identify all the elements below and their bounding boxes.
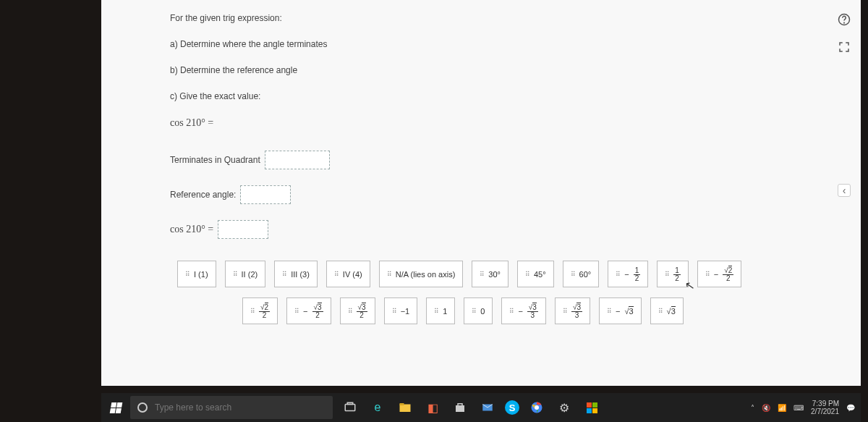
system-tray: ˄ 🔇 📶 ⌨ 7:39 PM 2/7/2021 💬: [751, 400, 861, 415]
drag-grip-icon: ⠿: [387, 271, 391, 278]
clock-time: 7:39 PM: [811, 400, 839, 408]
help-icon[interactable]: [838, 13, 851, 26]
answer-tile[interactable]: ⠿12: [657, 261, 689, 287]
answer-tile[interactable]: ⠿−√32: [286, 297, 331, 324]
answer-tile[interactable]: ⠿II (2): [225, 261, 266, 287]
tile-content: √32: [357, 303, 367, 319]
answer-tile[interactable]: ⠿−1: [384, 297, 418, 324]
collapse-icon[interactable]: ‹: [838, 184, 851, 197]
windows-logo-icon: [109, 402, 122, 413]
taskbar-clock[interactable]: 7:39 PM 2/7/2021: [811, 400, 839, 415]
tray-network-icon[interactable]: 📶: [778, 404, 786, 412]
quadrant-row: Terminates in Quadrant: [170, 151, 861, 169]
answer-tile[interactable]: ⠿0: [464, 297, 493, 324]
drag-grip-icon: ⠿: [250, 308, 255, 315]
tile-content: 45°: [534, 270, 546, 279]
part-c-text: c) Give the exact value:: [170, 91, 861, 101]
value-row: cos 210° =: [170, 220, 861, 239]
task-view-icon[interactable]: [340, 397, 360, 418]
drag-grip-icon: ⠿: [282, 271, 286, 278]
drag-grip-icon: ⠿: [607, 308, 611, 315]
settings-icon[interactable]: ⚙: [554, 397, 574, 418]
svg-rect-4: [400, 405, 411, 413]
drag-grip-icon: ⠿: [472, 308, 476, 315]
drag-grip-icon: ⠿: [434, 308, 438, 315]
cortana-circle-icon: [137, 402, 148, 413]
quadrant-drop-target[interactable]: [265, 151, 330, 169]
drag-grip-icon: ⠿: [294, 308, 299, 315]
mail-icon[interactable]: [477, 397, 498, 418]
tray-input-icon[interactable]: ⌨: [793, 404, 804, 412]
expression-line: cos 210° =: [170, 117, 861, 129]
answer-tile[interactable]: ⠿60°: [563, 261, 600, 287]
tile-content: III (3): [291, 270, 310, 279]
drag-grip-icon: ⠿: [233, 271, 237, 278]
tray-volume-icon[interactable]: 🔇: [762, 404, 770, 412]
answer-tile[interactable]: ⠿N/A (lies on axis): [379, 261, 464, 287]
office-icon[interactable]: ◧: [422, 397, 443, 418]
answer-tile[interactable]: ⠿30°: [472, 261, 509, 287]
answer-tile[interactable]: ⠿1: [426, 297, 455, 324]
answer-tile[interactable]: ⠿−12: [608, 261, 648, 287]
tile-content: √32: [312, 303, 323, 319]
edge-icon[interactable]: e: [367, 397, 388, 418]
tile-content: √3: [667, 307, 676, 316]
drag-grip-icon: ⠿: [616, 271, 620, 278]
quadrant-label: Terminates in Quadrant: [170, 155, 260, 165]
tile-content: √33: [571, 303, 582, 319]
value-label: cos 210° =: [170, 224, 213, 235]
drag-grip-icon: ⠿: [348, 308, 352, 315]
answer-tile[interactable]: ⠿−√33: [501, 297, 546, 324]
answer-tile[interactable]: ⠿IV (4): [326, 261, 370, 287]
tile-content: II (2): [242, 270, 258, 279]
part-b-text: b) Determine the reference angle: [170, 65, 861, 75]
answer-tile[interactable]: ⠿√22: [242, 297, 278, 324]
value-drop-target[interactable]: [218, 220, 268, 239]
notifications-icon[interactable]: 💬: [846, 404, 855, 412]
drag-grip-icon: ⠿: [185, 271, 190, 278]
reference-row: Reference angle:: [170, 185, 861, 204]
tile-content: 1: [443, 307, 447, 316]
drag-grip-icon: ⠿: [480, 271, 484, 278]
answer-tile[interactable]: ⠿III (3): [274, 261, 318, 287]
taskbar: e ◧ S ⚙ ˄ 🔇 📶 ⌨ 7:39 PM 2/7/2021 💬: [101, 393, 861, 422]
drag-grip-icon: ⠿: [509, 308, 514, 315]
clock-date: 2/7/2021: [811, 408, 839, 415]
part-a-text: a) Determine where the angle terminates: [170, 39, 861, 49]
answer-tile[interactable]: ⠿√3: [650, 297, 684, 324]
skype-icon[interactable]: S: [505, 400, 519, 415]
tray-chevron-icon[interactable]: ˄: [751, 404, 754, 412]
drag-grip-icon: ⠿: [658, 308, 663, 315]
answer-tile[interactable]: ⠿√32: [340, 297, 375, 324]
answer-tile[interactable]: ⠿I (1): [177, 261, 216, 287]
side-toolbar: ‹: [838, 13, 851, 197]
fullscreen-icon[interactable]: [838, 41, 851, 54]
tile-content: 12: [673, 266, 681, 282]
tile-content: N/A (lies on axis): [396, 270, 456, 279]
store-icon[interactable]: [450, 397, 470, 418]
answer-tiles-row-1: ⠿I (1)⠿II (2)⠿III (3)⠿IV (4)⠿N/A (lies o…: [177, 261, 861, 287]
search-input[interactable]: [155, 402, 326, 413]
tile-content: √22: [723, 266, 733, 282]
tile-content: √33: [527, 303, 538, 319]
answer-tile[interactable]: ⠿√33: [555, 297, 590, 324]
chrome-icon[interactable]: [527, 397, 547, 418]
reference-drop-target[interactable]: [240, 185, 291, 204]
answer-tile[interactable]: ⠿45°: [517, 261, 554, 287]
tile-content: I (1): [194, 270, 208, 279]
taskbar-apps: e ◧ S ⚙: [340, 397, 602, 418]
answer-tile[interactable]: ⠿−√3: [599, 297, 642, 324]
svg-point-8: [535, 405, 539, 410]
answer-tile[interactable]: ⠿−√22: [697, 261, 742, 287]
tile-content: 12: [634, 266, 641, 282]
tile-content: 60°: [579, 270, 592, 279]
drag-grip-icon: ⠿: [571, 271, 575, 278]
svg-rect-2: [345, 405, 355, 411]
drag-grip-icon: ⠿: [563, 308, 567, 315]
drag-grip-icon: ⠿: [334, 271, 339, 278]
reference-label: Reference angle:: [170, 190, 236, 200]
start-button[interactable]: [101, 393, 130, 422]
taskbar-search[interactable]: [130, 396, 333, 419]
app-icon[interactable]: [582, 397, 602, 418]
file-explorer-icon[interactable]: [395, 397, 415, 418]
